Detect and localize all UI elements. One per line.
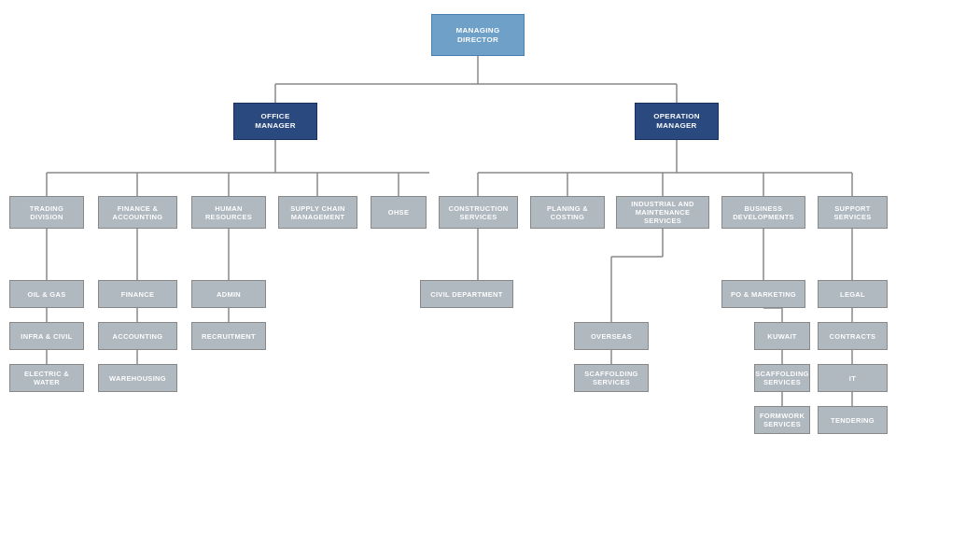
- node-support-services: SUPPORTSERVICES: [818, 196, 888, 229]
- node-recruitment: RECRUITMENT: [191, 322, 266, 350]
- node-legal: LEGAL: [818, 280, 888, 308]
- node-ohse: OHSE: [371, 196, 427, 229]
- node-managing-director: MANAGINGDIRECTOR: [431, 14, 525, 56]
- node-operation-manager: OPERATIONMANAGER: [635, 103, 719, 140]
- node-industrial-maintenance: INDUSTRIAL ANDMAINTENANCE SERVICES: [616, 196, 709, 229]
- node-finance-accounting: FINANCE &ACCOUNTING: [98, 196, 177, 229]
- node-trading-division: TRADING DIVISION: [9, 196, 84, 229]
- node-po-marketing: PO & MARKETING: [721, 280, 805, 308]
- node-it: IT: [818, 364, 888, 392]
- node-civil-department: CIVIL DEPARTMENT: [420, 280, 513, 308]
- node-formwork-services: FORMWORKSERVICES: [754, 406, 810, 434]
- node-kuwait: KUWAIT: [754, 322, 810, 350]
- node-infra-civil: INFRA & CIVIL: [9, 322, 84, 350]
- node-supply-chain: SUPPLY CHAINMANAGEMENT: [278, 196, 357, 229]
- node-oil-gas: OIL & GAS: [9, 280, 84, 308]
- node-planing-costing: PLANING &COSTING: [530, 196, 605, 229]
- node-business-developments: BUSINESSDEVELOPMENTS: [721, 196, 805, 229]
- node-scaffolding-right: SCAFFOLDINGSERVICES: [754, 364, 810, 392]
- node-warehousing: WAREHOUSING: [98, 364, 177, 392]
- node-contracts: CONTRACTS: [818, 322, 888, 350]
- node-tendering: TENDERING: [818, 406, 888, 434]
- node-electric-water: ELECTRIC & WATER: [9, 364, 84, 392]
- org-chart: MANAGINGDIRECTOR OFFICEMANAGER OPERATION…: [0, 0, 980, 546]
- node-construction-services: CONSTRUCTIONSERVICES: [439, 196, 518, 229]
- node-accounting: ACCOUNTING: [98, 322, 177, 350]
- node-admin: ADMIN: [191, 280, 266, 308]
- node-office-manager: OFFICEMANAGER: [233, 103, 317, 140]
- node-scaffolding-left: SCAFFOLDINGSERVICES: [574, 364, 649, 392]
- connector-lines: [0, 0, 980, 546]
- node-overseas: OVERSEAS: [574, 322, 649, 350]
- node-human-resources: HUMANRESOURCES: [191, 196, 266, 229]
- node-finance: FINANCE: [98, 280, 177, 308]
